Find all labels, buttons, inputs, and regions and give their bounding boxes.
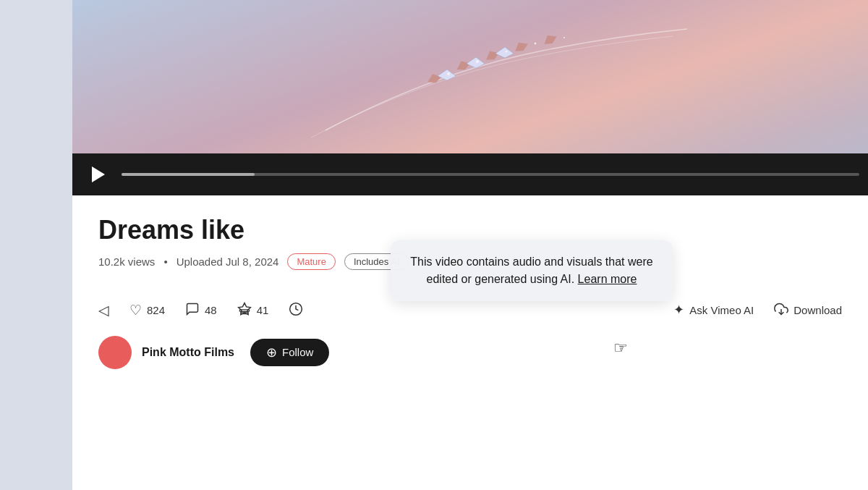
page-wrapper: Dreams like 10.2k views • Uploaded Jul 8… — [0, 0, 868, 490]
play-icon — [92, 166, 105, 182]
action-bar: ◁ ♡ 824 48 — [72, 302, 868, 318]
comment-count: 48 — [205, 304, 217, 316]
svg-marker-7 — [495, 47, 514, 58]
svg-marker-5 — [438, 69, 456, 80]
like-count: 824 — [147, 304, 165, 316]
svg-marker-1 — [454, 58, 472, 72]
video-controls-bar — [72, 153, 868, 195]
svg-marker-4 — [541, 32, 558, 48]
svg-marker-2 — [483, 48, 501, 63]
download-label: Download — [793, 304, 842, 316]
svg-point-11 — [535, 43, 537, 45]
content-card: Dreams like 10.2k views • Uploaded Jul 8… — [72, 0, 868, 490]
svg-marker-6 — [467, 57, 485, 68]
share-icon: ◁ — [98, 303, 109, 317]
svg-marker-3 — [512, 39, 529, 54]
ai-tooltip-popup: This video contains audio and visuals th… — [391, 240, 673, 301]
view-count: 10.2k views — [98, 255, 155, 268]
ask-ai-icon: ✦ — [673, 302, 684, 318]
follow-button[interactable]: ⊕ Follow — [250, 339, 329, 366]
video-player[interactable] — [72, 0, 868, 195]
svg-point-10 — [506, 51, 508, 53]
svg-marker-13 — [238, 303, 250, 314]
download-icon — [774, 302, 788, 318]
ask-vimeo-ai-button[interactable]: ✦ Ask Vimeo AI — [673, 302, 754, 318]
svg-point-8 — [447, 72, 450, 75]
share-button[interactable]: ◁ — [98, 303, 109, 317]
author-name[interactable]: Pink Motto Films — [142, 346, 234, 359]
upload-date: Uploaded Jul 8, 2024 — [176, 255, 279, 268]
progress-fill — [122, 173, 255, 176]
clock-icon — [289, 302, 303, 318]
comment-icon — [185, 302, 200, 318]
learn-more-link[interactable]: Learn more — [578, 273, 637, 285]
author-avatar[interactable] — [98, 336, 132, 369]
follow-plus-icon: ⊕ — [266, 346, 277, 359]
video-info-section: Dreams like 10.2k views • Uploaded Jul 8… — [72, 195, 868, 302]
watch-later-button[interactable] — [289, 302, 303, 318]
play-button[interactable] — [81, 159, 113, 190]
meta-separator: • — [163, 255, 167, 268]
svg-point-9 — [476, 60, 479, 63]
mature-badge[interactable]: Mature — [287, 253, 335, 270]
collections-icon — [237, 302, 252, 318]
like-icon: ♡ — [129, 303, 142, 317]
like-button[interactable]: ♡ 824 — [129, 303, 165, 317]
comment-button[interactable]: 48 — [185, 302, 217, 318]
follow-label: Follow — [282, 346, 313, 358]
collections-button[interactable]: 41 — [237, 302, 269, 318]
svg-marker-0 — [426, 72, 443, 85]
collections-count: 41 — [257, 304, 269, 316]
author-section: Pink Motto Films ⊕ Follow — [72, 336, 868, 369]
progress-bar[interactable] — [122, 173, 859, 176]
left-sidebar-strip — [0, 0, 72, 490]
download-button[interactable]: Download — [774, 302, 842, 318]
svg-point-12 — [563, 37, 565, 38]
ask-ai-label: Ask Vimeo AI — [689, 304, 754, 316]
